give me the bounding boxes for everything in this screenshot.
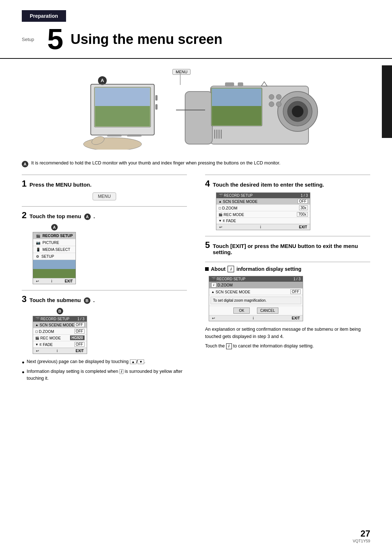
- bullet-dot-2: ●: [22, 369, 25, 376]
- step1: 1 Press the MENU button. MENU: [22, 179, 187, 200]
- svg-rect-31: [216, 130, 217, 139]
- menu-connector-line: [180, 74, 180, 85]
- step2-row-3: 📱 MEDIA SELECT: [33, 246, 75, 253]
- step3-screen-container: B 🎬 RECORD SETUP 1 / 3 ▲ SCN SCENE MODE …: [33, 308, 87, 354]
- svg-rect-5: [95, 88, 150, 106]
- svg-rect-11: [155, 104, 158, 110]
- step3-screen: 🎬 RECORD SETUP 1 / 3 ▲ SCN SCENE MODE OF…: [33, 316, 87, 354]
- svg-rect-33: [221, 130, 222, 139]
- svg-rect-32: [219, 130, 220, 139]
- svg-point-18: [292, 106, 303, 117]
- menu-button-mockup: MENU: [93, 192, 116, 200]
- connection-arrow: [176, 110, 205, 110]
- step3: 3 Touch the submenu B . B 🎬 RECORD SETUP…: [22, 294, 187, 382]
- svg-rect-21: [238, 82, 243, 87]
- menu-btn-illustration: MENU: [22, 192, 187, 200]
- step2-label-a: A: [84, 213, 91, 220]
- svg-rect-6: [95, 106, 150, 126]
- svg-rect-10: [155, 95, 158, 101]
- step1-divider: [22, 175, 187, 175]
- step4-title: Touch the desired item to enter the sett…: [213, 182, 324, 188]
- step5-divider: [205, 236, 370, 236]
- step5-title: Touch [EXIT] or press the MENU button to…: [213, 243, 370, 255]
- page-number: 27: [360, 529, 370, 539]
- step4-header: 🎬 RECORD SETUP 1 / 3: [216, 193, 310, 198]
- step2-divider: [22, 206, 187, 207]
- svg-point-29: [276, 102, 281, 107]
- info-note: A It is recommended to hold the LCD moni…: [0, 159, 392, 173]
- about-ok-btn[interactable]: OK: [233, 307, 249, 314]
- about-section: About i information display setting 🎬 RE…: [205, 266, 370, 350]
- step2-dot: .: [94, 213, 95, 219]
- bullet-item-1: ● Next (previous) page can be displayed …: [22, 358, 187, 366]
- svg-rect-13: [127, 134, 142, 137]
- step3-label-b: B: [84, 297, 90, 304]
- lcd-monitor-svg: A: [76, 73, 178, 150]
- about-icon-box: i: [228, 266, 234, 272]
- step4-row-2: ◻ D.ZOOM 30x: [216, 205, 310, 211]
- step4-screen: 🎬 RECORD SETUP 1 / 3 ▲ SCN SCENE MODE OF…: [216, 192, 310, 230]
- right-column: 4 Touch the desired item to enter the se…: [205, 175, 370, 387]
- step3-row-4: ▼ E FADE OFF: [33, 341, 87, 348]
- bullet-dot-1: ●: [22, 359, 25, 366]
- step3-footer: ↩ i EXIT: [33, 348, 87, 354]
- step2-screen-image: [33, 260, 75, 278]
- step2-footer: ↩ i EXIT: [33, 278, 75, 284]
- page-footer: 27 VQT1Y59: [353, 529, 370, 543]
- step2-title: Touch the top menu: [29, 213, 81, 219]
- camera-body-svg: [181, 72, 323, 153]
- step4-divider: [205, 175, 370, 175]
- step2-screen: 🎬 RECORD SETUP 📷 PICTURE 📱 MEDIA SELECT …: [33, 232, 76, 284]
- step3-number: 3: [22, 294, 26, 304]
- right-sidebar-bar: [382, 65, 392, 138]
- info-note-text: It is recommended to hold the LCD monito…: [31, 160, 280, 166]
- svg-point-27: [276, 94, 281, 99]
- step3-dot: .: [93, 297, 95, 303]
- step5: 5 Touch [EXIT] or press the MENU button …: [205, 240, 370, 255]
- step2-row-1: 🎬 RECORD SETUP: [33, 232, 75, 239]
- step3-row-3: 🎬 REC MODE HG920: [33, 335, 87, 341]
- info-circle-a: A: [22, 161, 28, 167]
- step2: 2 Touch the top menu A . A 🎬 RECORD SETU…: [22, 210, 187, 284]
- step2-number: 2: [22, 210, 26, 220]
- step4-row-3: 🎬 REC MODE 700x: [216, 211, 310, 218]
- about-screen-header: 🎬 RECORD SETUP 1 / 3: [209, 276, 303, 282]
- about-row-highlighted: i D.ZOOM: [209, 282, 303, 289]
- svg-point-28: [269, 102, 274, 107]
- setup-label: Setup: [22, 37, 47, 42]
- svg-text:A: A: [101, 78, 104, 83]
- version-code: VQT1Y59: [353, 539, 370, 543]
- explanation-text: An explanation or setting confirmation m…: [205, 326, 370, 350]
- svg-rect-25: [212, 106, 261, 125]
- step1-title: Press the MENU button.: [29, 182, 91, 188]
- about-title-text: About: [211, 266, 225, 272]
- about-divider: [205, 262, 370, 262]
- step4-row-4: ▼ E FADE: [216, 218, 310, 224]
- step4-footer: ↩ i EXIT: [216, 224, 310, 230]
- about-screen: 🎬 RECORD SETUP 1 / 3 i D.ZOOM ▲ SCN SCEN…: [209, 276, 303, 321]
- step4: 4 Touch the desired item to enter the se…: [205, 179, 370, 230]
- step3-title: Touch the submenu: [29, 297, 81, 303]
- svg-rect-24: [212, 89, 261, 106]
- about-cancel-btn[interactable]: CANCEL: [257, 307, 278, 314]
- step2-label-float: A: [33, 224, 76, 231]
- svg-rect-20: [225, 82, 234, 87]
- about-title-suffix: information display setting: [236, 266, 301, 272]
- camera-illustration: MENU A: [65, 66, 327, 155]
- about-info-box: To set digital zoom magnification.: [211, 297, 301, 304]
- about-footer: ↩ i EXIT: [209, 315, 303, 321]
- step3-header: 🎬 RECORD SETUP 1 / 3: [33, 316, 87, 322]
- step3-label-float: B: [33, 308, 87, 314]
- step2-row-2: 📷 PICTURE: [33, 239, 75, 246]
- chapter-block: Setup 5 Using the menu screen: [0, 25, 392, 59]
- step2-screen-container: A 🎬 RECORD SETUP 📷 PICTURE 📱 MEDIA SELEC…: [33, 224, 76, 284]
- main-content: 1 Press the MENU button. MENU 2 Touch th…: [0, 175, 392, 387]
- step3-divider: [22, 290, 187, 290]
- step4-row-1: ▲ SCN SCENE MODE OFF: [216, 198, 310, 205]
- step3-row-2: ◻ D.ZOOM OFF: [33, 328, 87, 335]
- bullet-item-2: ● Information display setting is complet…: [22, 368, 187, 382]
- svg-rect-12: [107, 134, 122, 137]
- left-column: 1 Press the MENU button. MENU 2 Touch th…: [22, 175, 187, 387]
- about-action-buttons: OK CANCEL: [209, 306, 303, 315]
- camera-diagram-section: MENU A: [0, 59, 392, 159]
